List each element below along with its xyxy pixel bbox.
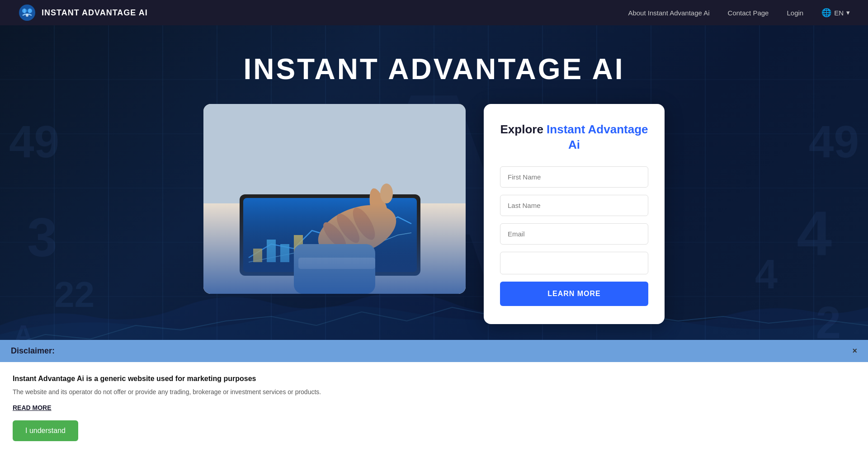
nav-contact[interactable]: Contact Page <box>728 9 769 17</box>
first-name-input[interactable] <box>500 166 648 188</box>
form-title-accent: Instant Advantage Ai <box>547 122 648 151</box>
phone-input[interactable] <box>500 252 648 274</box>
disclaimer-title: Disclaimer: <box>11 346 55 356</box>
disclaimer-sub-text: The website and its operator do not offe… <box>13 387 855 397</box>
hero-title: INSTANT ADVANTAGE AI <box>243 52 624 86</box>
svg-point-0 <box>19 5 35 21</box>
hero-image <box>203 104 466 294</box>
form-title-static: Explore <box>500 122 547 136</box>
form-card: Explore Instant Advantage Ai LEARN MORE <box>484 104 665 324</box>
disclaimer-main-text: Instant Advantage Ai is a generic websit… <box>13 375 855 383</box>
globe-icon: 🌐 <box>821 8 831 18</box>
navbar: INSTANT ADVANTAGE AI About Instant Advan… <box>0 0 868 25</box>
svg-point-3 <box>26 14 28 17</box>
learn-more-button[interactable]: LEARN MORE <box>500 282 648 306</box>
form-title: Explore Instant Advantage Ai <box>500 122 648 153</box>
last-name-input[interactable] <box>500 195 648 216</box>
tablet-overlay <box>203 203 466 294</box>
hero-section: 49 3 22 A 49 4 4 2 A INSTANT ADVANTAGE A… <box>0 25 868 452</box>
navbar-brand[interactable]: INSTANT ADVANTAGE AI <box>18 4 148 22</box>
email-input[interactable] <box>500 223 648 245</box>
navbar-nav: About Instant Advantage Ai Contact Page … <box>628 8 850 18</box>
hand-tablet-background <box>203 104 466 294</box>
disclaimer-body: Instant Advantage Ai is a generic websit… <box>0 362 868 452</box>
lang-label: EN <box>834 9 844 17</box>
disclaimer-close-button[interactable]: × <box>852 346 857 356</box>
disclaimer-header: Disclaimer: × <box>0 340 868 362</box>
brand-logo-icon <box>18 4 36 22</box>
hero-content: Explore Instant Advantage Ai LEARN MORE <box>118 104 750 324</box>
nav-about[interactable]: About Instant Advantage Ai <box>628 9 709 17</box>
nav-language[interactable]: 🌐 EN ▾ <box>821 8 850 18</box>
nav-login[interactable]: Login <box>787 9 803 17</box>
svg-point-36 <box>380 184 393 203</box>
chevron-down-icon: ▾ <box>846 9 850 17</box>
disclaimer-read-more-link[interactable]: READ MORE <box>13 404 855 411</box>
disclaimer-understand-button[interactable]: I understand <box>13 420 78 441</box>
brand-name: INSTANT ADVANTAGE AI <box>42 8 148 18</box>
disclaimer-overlay: Disclaimer: × Instant Advantage Ai is a … <box>0 340 868 452</box>
